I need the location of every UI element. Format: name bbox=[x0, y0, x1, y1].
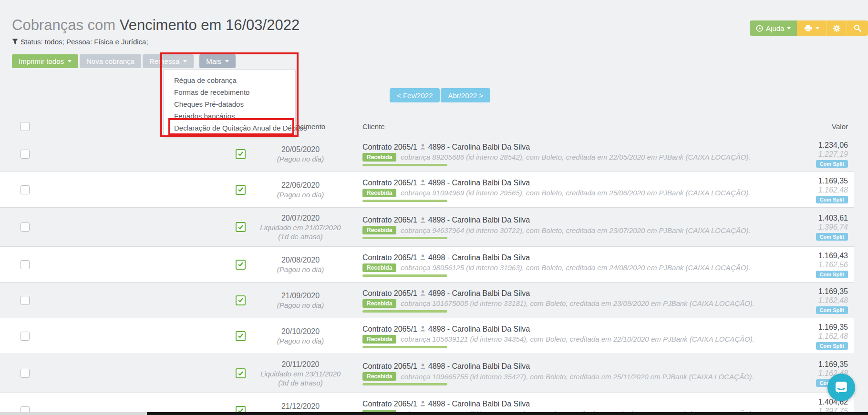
client-link[interactable]: 4898 - Carolina Balbi Da Silva bbox=[428, 142, 530, 152]
settings-button[interactable] bbox=[827, 20, 847, 36]
client-link[interactable]: 4898 - Carolina Balbi Da Silva bbox=[428, 399, 530, 409]
client-link[interactable]: 4898 - Carolina Balbi Da Silva bbox=[428, 361, 530, 371]
paid-check-icon[interactable] bbox=[236, 222, 246, 232]
charge-description: cobrança 89205686 (id interno 28542), co… bbox=[401, 153, 750, 161]
row-checkbox-cell bbox=[0, 318, 38, 354]
due-note: (Pagou no dia) bbox=[277, 336, 324, 345]
row-checkbox[interactable] bbox=[21, 150, 30, 159]
filter-funnel-icon bbox=[12, 39, 18, 45]
due-date: 20/05/2020 bbox=[281, 145, 320, 154]
bottom-scrollbar[interactable] bbox=[0, 412, 868, 415]
play-circle-icon bbox=[756, 25, 763, 32]
client-link[interactable]: 4898 - Carolina Balbi Da Silva bbox=[428, 215, 530, 225]
table-row: 20/05/2020 (Pagou no dia) Contrato 2065/… bbox=[0, 136, 854, 172]
menu-item-formas-de-recebimento[interactable]: Formas de recebimento bbox=[164, 86, 295, 98]
row-checkbox-cell bbox=[0, 354, 38, 393]
charge-net-value: 1.162,48 bbox=[818, 185, 848, 194]
new-charge-button[interactable]: Nova cobrança bbox=[80, 54, 141, 68]
toolbar: Imprimir todos Nova cobrança Remessa Mai… bbox=[12, 54, 236, 68]
due-note: (Pagou no dia) bbox=[277, 301, 324, 310]
contract-link[interactable]: Contrato 2065/1 bbox=[362, 253, 417, 263]
menu-item-declaracao-quitacao[interactable]: Declaração de Quitação Anual de Débitos bbox=[164, 122, 295, 134]
person-icon bbox=[420, 290, 425, 296]
contract-link[interactable]: Contrato 2065/1 bbox=[362, 215, 417, 225]
help-button-label: Ajuda bbox=[766, 24, 784, 32]
print-button[interactable] bbox=[797, 20, 827, 36]
charge-value: 1.169,35 bbox=[818, 360, 848, 369]
due-date: 20/10/2020 bbox=[281, 327, 320, 336]
row-checkbox-cell bbox=[0, 172, 38, 207]
header-valor: Valor bbox=[744, 122, 854, 131]
print-all-button[interactable]: Imprimir todos bbox=[12, 54, 78, 68]
menu-item-cheques-pre-datados[interactable]: Cheques Pré-datados bbox=[164, 98, 295, 110]
paid-check-icon[interactable] bbox=[236, 368, 246, 378]
search-button[interactable] bbox=[847, 20, 868, 36]
menu-item-regua-de-cobranca[interactable]: Régua de cobrança bbox=[164, 74, 295, 86]
split-badge: Com Split bbox=[816, 233, 848, 241]
paid-check-icon[interactable] bbox=[236, 185, 246, 195]
row-checkbox[interactable] bbox=[21, 260, 30, 269]
progress-bar bbox=[362, 274, 447, 277]
row-due-cell: 20/05/2020 (Pagou no dia) bbox=[248, 136, 353, 172]
due-note: Liquidado em 21/07/2020 bbox=[260, 223, 341, 232]
more-button[interactable]: Mais bbox=[199, 54, 236, 68]
row-checkbox[interactable] bbox=[21, 296, 30, 305]
charge-description: cobrança 105639121 (id interno 34354), c… bbox=[401, 335, 754, 343]
charge-net-value: 1.162,56 bbox=[818, 260, 848, 269]
person-icon bbox=[420, 326, 425, 332]
contract-link[interactable]: Contrato 2065/1 bbox=[362, 361, 417, 371]
split-badge: Com Split bbox=[816, 271, 848, 278]
client-link[interactable]: 4898 - Carolina Balbi Da Silva bbox=[428, 288, 530, 298]
menu-item-feriados-bancarios[interactable]: Feriados bancários bbox=[164, 110, 295, 122]
client-link[interactable]: 4898 - Carolina Balbi Da Silva bbox=[428, 324, 530, 334]
progress-bar bbox=[362, 237, 447, 239]
row-checkbox[interactable] bbox=[21, 185, 30, 194]
filter-summary-text: Status: todos; Pessoa: Física e Jurídica… bbox=[21, 38, 148, 46]
table-row: 20/11/2020 Liquidado em 23/11/2020 (3d d… bbox=[0, 354, 854, 393]
paid-check-icon[interactable] bbox=[236, 295, 246, 305]
charge-value: 1.234,06 bbox=[818, 141, 848, 150]
row-checkbox[interactable] bbox=[21, 369, 30, 378]
printer-icon bbox=[804, 24, 812, 32]
chevron-down-icon bbox=[68, 60, 72, 62]
client-link[interactable]: 4898 - Carolina Balbi Da Silva bbox=[428, 253, 530, 263]
remittance-button[interactable]: Remessa bbox=[143, 54, 194, 68]
charges-table: Vencimento Cliente Valor 20/05/2020 (Pag… bbox=[0, 117, 854, 415]
search-icon bbox=[854, 24, 861, 32]
page-title-main: Vencimento em 16/03/2022 bbox=[120, 17, 300, 33]
next-month-button[interactable]: Abr/2022 > bbox=[441, 88, 490, 102]
charge-value: 1.169,35 bbox=[818, 176, 848, 185]
contract-link[interactable]: Contrato 2065/1 bbox=[362, 142, 417, 152]
billing-page: Cobranças com Vencimento em 16/03/2022 S… bbox=[0, 0, 868, 415]
table-header-row: Vencimento Cliente Valor bbox=[0, 117, 854, 136]
contract-link[interactable]: Contrato 2065/1 bbox=[362, 178, 417, 188]
chat-launcher-button[interactable] bbox=[827, 374, 855, 401]
page-title-prefix: Cobranças com bbox=[12, 17, 115, 33]
paid-check-icon[interactable] bbox=[236, 331, 246, 341]
paid-check-icon[interactable] bbox=[236, 149, 246, 159]
help-button[interactable]: Ajuda bbox=[750, 20, 797, 36]
contract-link[interactable]: Contrato 2065/1 bbox=[362, 399, 417, 409]
contract-link[interactable]: Contrato 2065/1 bbox=[362, 324, 417, 334]
due-date: 20/08/2020 bbox=[281, 255, 320, 265]
client-link[interactable]: 4898 - Carolina Balbi Da Silva bbox=[428, 178, 530, 188]
select-all-checkbox[interactable] bbox=[21, 122, 30, 131]
charge-value: 1.169,35 bbox=[818, 323, 848, 332]
top-actions: Ajuda bbox=[750, 20, 868, 36]
row-checkbox-cell bbox=[0, 208, 38, 246]
due-note: (Pagou no dia) bbox=[277, 154, 324, 163]
charge-value: 1.169,43 bbox=[818, 251, 848, 260]
row-due-cell: 20/07/2020 Liquidado em 21/07/2020 (1d d… bbox=[248, 208, 353, 246]
charge-value: 1.403,61 bbox=[818, 213, 848, 223]
contract-link[interactable]: Contrato 2065/1 bbox=[362, 288, 417, 298]
paid-check-icon[interactable] bbox=[236, 260, 246, 270]
row-checkbox[interactable] bbox=[21, 223, 30, 232]
row-due-cell: 20/11/2020 Liquidado em 23/11/2020 (3d d… bbox=[248, 354, 353, 393]
row-checkbox-cell bbox=[0, 283, 38, 318]
table-row: 21/09/2020 (Pagou no dia) Contrato 2065/… bbox=[0, 283, 854, 318]
charge-description: cobrança 101675005 (id interno 33181), c… bbox=[401, 299, 754, 307]
table-row: 22/06/2020 (Pagou no dia) Contrato 2065/… bbox=[0, 172, 854, 208]
row-status-cell bbox=[38, 136, 248, 172]
row-checkbox[interactable] bbox=[21, 332, 30, 341]
prev-month-button[interactable]: < Fev/2022 bbox=[390, 88, 440, 102]
